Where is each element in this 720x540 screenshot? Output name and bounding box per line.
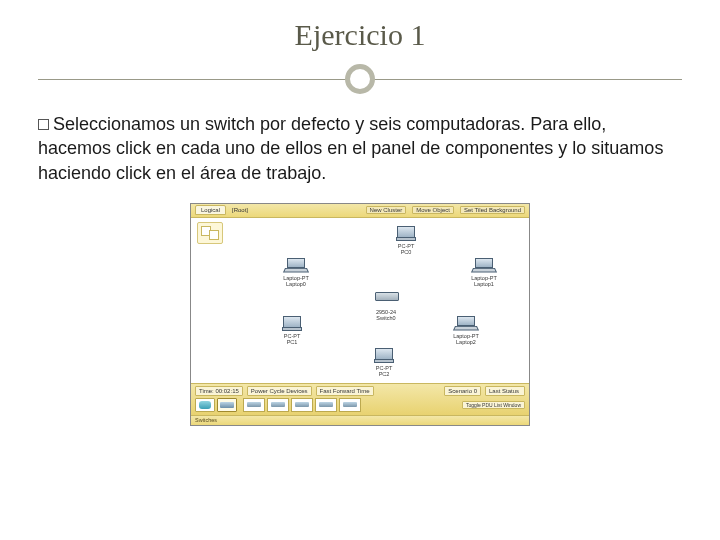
body-text: Seleccionamos un switch por defecto y se… — [38, 114, 663, 183]
pc-icon — [395, 226, 417, 242]
device-laptop1[interactable]: Laptop-PT Laptop1 — [461, 258, 507, 287]
slide-title: Ejercicio 1 — [38, 18, 682, 52]
move-object-button[interactable]: Move Object — [412, 206, 454, 214]
laptop-icon — [285, 258, 307, 274]
slide: Ejercicio 1 Seleccionamos un switch por … — [0, 0, 720, 540]
last-status-label: Last Status — [485, 386, 525, 396]
title-divider — [38, 62, 682, 96]
figure-topbar: Logical [Root] New Cluster Move Object S… — [191, 204, 529, 218]
device-laptop0[interactable]: Laptop-PT Laptop0 — [273, 258, 319, 287]
bullet-icon — [38, 119, 49, 130]
device-pc0[interactable]: PC-PT PC0 — [383, 226, 429, 255]
device-thumb[interactable] — [315, 398, 337, 412]
category-switches-icon[interactable] — [217, 398, 237, 412]
device-laptop2[interactable]: Laptop-PT Laptop2 — [443, 316, 489, 345]
power-cycle-button[interactable]: Power Cycle Devices — [247, 386, 312, 396]
pc-icon — [373, 348, 395, 364]
time-display: Time: 00:02:15 — [195, 386, 243, 396]
category-label: Switches — [195, 417, 217, 423]
packet-tracer-figure: Logical [Root] New Cluster Move Object S… — [190, 203, 530, 426]
category-caption: Switches — [191, 415, 529, 425]
set-background-button[interactable]: Set Tiled Background — [460, 206, 525, 214]
toggle-pdu-button[interactable]: Toggle PDU List Window — [462, 401, 525, 409]
switch-icon — [375, 292, 397, 308]
device-pc1[interactable]: PC-PT PC1 — [269, 316, 315, 345]
breadcrumb-root[interactable]: [Root] — [232, 207, 248, 213]
device-thumb[interactable] — [339, 398, 361, 412]
scenario-select[interactable]: Scenario 0 — [444, 386, 481, 396]
device-thumb[interactable] — [267, 398, 289, 412]
figure-bottombar: Time: 00:02:15 Power Cycle Devices Fast … — [191, 383, 529, 415]
device-pc2[interactable]: PC-PT PC2 — [361, 348, 407, 377]
workspace[interactable]: PC-PT PC0 Laptop-PT Laptop0 Laptop-PT La… — [191, 218, 529, 383]
navigation-icon[interactable] — [197, 222, 223, 244]
device-switch0[interactable]: 2950-24 Switch0 — [363, 288, 409, 321]
tab-logical[interactable]: Logical — [195, 205, 226, 215]
pc-icon — [281, 316, 303, 332]
slide-body: Seleccionamos un switch por defecto y se… — [38, 112, 682, 185]
category-routers-icon[interactable] — [195, 398, 215, 412]
divider-circle-icon — [345, 64, 375, 94]
fast-forward-button[interactable]: Fast Forward Time — [316, 386, 374, 396]
laptop-icon — [473, 258, 495, 274]
laptop-icon — [455, 316, 477, 332]
new-cluster-button[interactable]: New Cluster — [366, 206, 407, 214]
device-thumbs — [243, 398, 361, 412]
device-thumb[interactable] — [243, 398, 265, 412]
device-thumb[interactable] — [291, 398, 313, 412]
